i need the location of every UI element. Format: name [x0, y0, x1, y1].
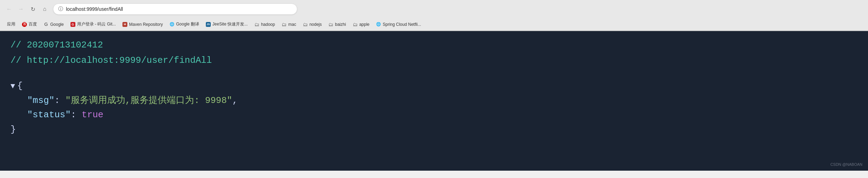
bookmark-label-nodejs: nodejs: [309, 22, 322, 27]
json-value-status: true: [82, 110, 103, 120]
bookmark-label-jeesite: JeeSite 快速开发...: [212, 21, 248, 27]
address-bar[interactable]: ⓘ localhost:9999/user/findAll: [53, 3, 297, 15]
watermark: CSDN @NABOAN: [830, 162, 862, 168]
bookmark-spring-cloud[interactable]: 🌐 Spring Cloud Netfli...: [373, 20, 424, 29]
bookmark-label-baizhi: baizhi: [335, 22, 346, 27]
forward-icon: →: [18, 6, 24, 12]
comment-line-1: // 20200713102412: [10, 38, 858, 53]
favicon-maven-icon: M: [122, 22, 128, 27]
json-colon-status: :: [71, 110, 82, 120]
favicon-baidu-icon: 百: [22, 22, 27, 27]
bookmark-jeesite[interactable]: JS JeeSite 快速开发...: [203, 20, 250, 29]
browser-chrome: ← → ↻ ⌂ ⓘ localhost:9999/user/findAll 应用…: [0, 0, 868, 31]
nav-buttons: ← → ↻ ⌂: [4, 4, 50, 14]
bookmark-label-spring-cloud: Spring Cloud Netfli...: [383, 22, 421, 27]
favicon-gitee-icon: G: [70, 22, 76, 27]
bookmark-label-apple: apple: [359, 22, 369, 27]
favicon-google-icon: G: [43, 22, 49, 27]
bookmark-baidu[interactable]: 百 百度: [19, 20, 40, 29]
back-button[interactable]: ←: [4, 4, 14, 14]
json-open-brace-line: ▼{: [10, 79, 858, 94]
content-area: // 20200713102412 // http://localhost:99…: [0, 31, 868, 171]
bookmark-label-mac: mac: [288, 22, 296, 27]
json-colon-msg: :: [54, 95, 65, 106]
bookmark-label-yingyong: 应用: [7, 21, 15, 27]
lock-icon: ⓘ: [58, 6, 63, 12]
bookmark-label-gitee: 用户登录 - 码云 Git...: [77, 21, 116, 27]
folder-nodejs-icon: 🗂: [302, 22, 308, 27]
bookmark-google[interactable]: G Google: [40, 20, 67, 29]
collapse-triangle[interactable]: ▼: [10, 82, 15, 91]
home-icon: ⌂: [43, 6, 46, 12]
json-key-status: "status": [27, 110, 71, 120]
bookmarks-bar: 应用 百 百度 G Google G 用户登录 - 码云 Git... M Ma…: [0, 18, 868, 31]
forward-button[interactable]: →: [16, 4, 26, 14]
bookmark-nodejs[interactable]: 🗂 nodejs: [300, 20, 324, 29]
close-brace: }: [10, 124, 16, 135]
bookmark-label-google-translate: Google 翻译: [176, 21, 199, 27]
folder-baizhi-icon: 🗂: [328, 22, 334, 27]
bookmark-label-google: Google: [50, 22, 64, 27]
reload-icon: ↻: [31, 6, 35, 13]
json-key-msg: "msg": [27, 95, 54, 106]
json-block: ▼{ "msg": "服务调用成功,服务提供端口为: 9998", "statu…: [10, 79, 858, 137]
folder-hadoop-icon: 🗂: [254, 22, 260, 27]
json-value-msg: "服务调用成功,服务提供端口为: 9998": [65, 95, 232, 106]
url-text: localhost:9999/user/findAll: [66, 6, 292, 12]
favicon-google-translate-icon: 🌐: [169, 22, 175, 27]
home-button[interactable]: ⌂: [40, 4, 50, 14]
bookmark-google-translate[interactable]: 🌐 Google 翻译: [166, 20, 202, 29]
bookmark-label-baidu: 百度: [29, 21, 37, 27]
bookmark-mac[interactable]: 🗂 mac: [278, 20, 299, 29]
comment-line-2: // http://localhost:9999/user/findAll: [10, 53, 858, 68]
bookmark-apple[interactable]: 🗂 apple: [350, 20, 372, 29]
json-comma-msg: ,: [232, 95, 238, 106]
folder-mac-icon: 🗂: [281, 22, 287, 27]
favicon-spring-icon: 🌐: [376, 22, 381, 27]
blank-line: [10, 68, 858, 79]
bookmark-hadoop[interactable]: 🗂 hadoop: [251, 20, 278, 29]
json-row-status: "status": true: [10, 108, 858, 123]
bookmark-label-maven: Maven Repository: [129, 22, 163, 27]
bookmark-yingyong[interactable]: 应用: [4, 20, 18, 29]
bookmark-maven[interactable]: M Maven Repository: [119, 20, 166, 29]
bookmark-label-hadoop: hadoop: [261, 22, 275, 27]
back-icon: ←: [6, 6, 12, 12]
bookmark-baizhi[interactable]: 🗂 baizhi: [325, 20, 349, 29]
bookmark-gitee[interactable]: G 用户登录 - 码云 Git...: [67, 20, 119, 29]
json-row-msg: "msg": "服务调用成功,服务提供端口为: 9998",: [10, 94, 858, 108]
browser-toolbar: ← → ↻ ⌂ ⓘ localhost:9999/user/findAll: [0, 0, 868, 18]
reload-button[interactable]: ↻: [28, 4, 38, 14]
json-close-brace-line: }: [10, 123, 858, 137]
folder-apple-icon: 🗂: [352, 22, 358, 27]
favicon-jeesite-icon: JS: [205, 22, 211, 27]
open-brace: {: [17, 81, 23, 91]
